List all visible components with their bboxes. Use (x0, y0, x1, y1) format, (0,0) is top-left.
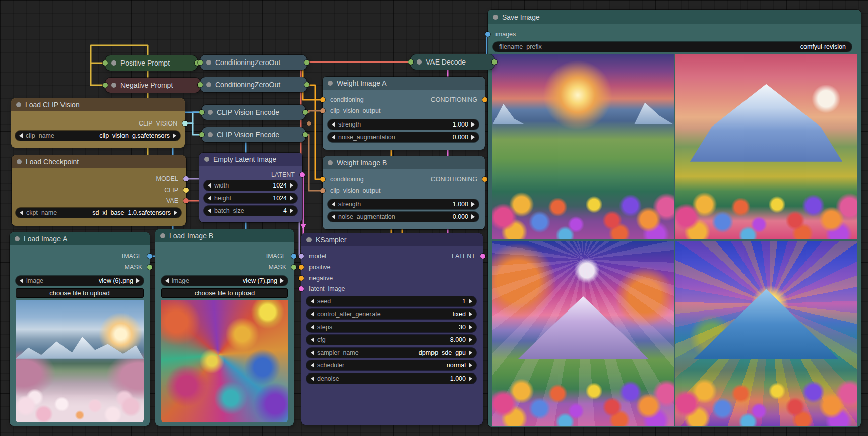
decrement-arrow-icon[interactable] (311, 363, 314, 368)
decrement-arrow-icon[interactable] (311, 376, 314, 381)
image-file-widget[interactable]: image view (6).png (16, 276, 144, 286)
node-header[interactable]: Load Checkpoint (12, 155, 186, 168)
ckpt-name-widget[interactable]: ckpt_name sd_xl_base_1.0.safetensors (16, 208, 181, 218)
input-slot-dot[interactable] (199, 110, 204, 115)
node-header[interactable]: Load CLIP Vision (11, 98, 185, 111)
node-clip-vision-encode-2[interactable]: CLIP Vision Encode (202, 127, 305, 142)
noise-augmentation-widget[interactable]: noise_augmentation 0.000 (328, 132, 479, 142)
filename-prefix-widget[interactable]: filename_prefix comfyui-revision (493, 42, 852, 52)
clip-name-widget[interactable]: clip_name clip_vision_g.safetensors (15, 131, 180, 141)
denoise-widget[interactable]: denoise 1.000 (306, 373, 476, 384)
input-slot-dot[interactable] (408, 59, 413, 65)
conditioning-slot-dot[interactable] (482, 177, 487, 182)
output-slot-dot[interactable] (303, 110, 308, 115)
increment-arrow-icon[interactable] (136, 278, 140, 283)
decrement-arrow-icon[interactable] (20, 278, 23, 283)
height-widget[interactable]: height 1024 (204, 193, 297, 203)
clip-vision-slot-dot[interactable] (182, 121, 188, 126)
collapse-toggle-icon[interactable] (17, 159, 22, 164)
input-slot-dot[interactable] (103, 60, 108, 66)
choose-file-button[interactable]: choose file to upload (16, 288, 144, 298)
scheduler-widget[interactable]: scheduler normal (306, 360, 476, 370)
node-clip-vision-encode-1[interactable]: CLIP Vision Encode (202, 105, 305, 120)
node-header[interactable]: Empty Latent Image (199, 153, 302, 166)
node-vae-decode[interactable]: VAE Decode (411, 54, 494, 70)
output-slot-dot[interactable] (492, 59, 497, 65)
collapse-toggle-icon[interactable] (16, 102, 21, 107)
decrement-arrow-icon[interactable] (208, 208, 211, 213)
images-slot-dot[interactable] (485, 32, 490, 37)
steps-widget[interactable]: steps 30 (306, 322, 476, 332)
increment-arrow-icon[interactable] (471, 202, 475, 207)
increment-arrow-icon[interactable] (471, 214, 475, 219)
mask-slot-dot[interactable] (291, 265, 296, 270)
increment-arrow-icon[interactable] (471, 122, 475, 127)
collapse-toggle-icon[interactable] (328, 160, 333, 165)
image-slot-dot[interactable] (147, 254, 152, 259)
decrement-arrow-icon[interactable] (311, 325, 314, 330)
increment-arrow-icon[interactable] (280, 278, 284, 283)
node-graph-canvas[interactable]: Positive Prompt Negative Prompt Conditio… (0, 0, 868, 436)
decrement-arrow-icon[interactable] (19, 133, 23, 138)
strength-widget[interactable]: strength 1.000 (328, 119, 479, 130)
input-slot-dot[interactable] (199, 132, 204, 137)
input-slot-dot[interactable] (103, 83, 108, 88)
increment-arrow-icon[interactable] (469, 376, 472, 381)
decrement-arrow-icon[interactable] (332, 135, 335, 140)
increment-arrow-icon[interactable] (471, 135, 475, 140)
output-slot-dot[interactable] (304, 60, 309, 65)
increment-arrow-icon[interactable] (469, 363, 472, 368)
collapse-toggle-icon[interactable] (111, 60, 116, 66)
node-conditioning-zero-out-2[interactable]: ConditioningZeroOut (200, 77, 307, 92)
increment-arrow-icon[interactable] (290, 196, 293, 201)
decrement-arrow-icon[interactable] (311, 312, 314, 317)
decrement-arrow-icon[interactable] (311, 350, 314, 355)
decrement-arrow-icon[interactable] (332, 202, 335, 207)
collapse-toggle-icon[interactable] (160, 233, 165, 238)
decrement-arrow-icon[interactable] (332, 122, 335, 127)
collapse-toggle-icon[interactable] (417, 59, 422, 65)
clip-slot-dot[interactable] (183, 188, 189, 193)
collapse-toggle-icon[interactable] (306, 237, 312, 242)
image-file-widget[interactable]: image view (7).png (161, 276, 288, 286)
clip-vision-output-slot-dot[interactable] (320, 188, 325, 193)
decrement-arrow-icon[interactable] (311, 337, 314, 342)
increment-arrow-icon[interactable] (174, 210, 177, 215)
collapse-toggle-icon[interactable] (206, 82, 211, 87)
model-slot-dot[interactable] (299, 254, 304, 259)
output-slot-dot[interactable] (304, 82, 309, 87)
decrement-arrow-icon[interactable] (20, 210, 23, 215)
sampler-name-widget[interactable]: sampler_name dpmpp_sde_gpu (306, 348, 476, 358)
negative-slot-dot[interactable] (299, 276, 304, 281)
seed-widget[interactable]: seed 1 (306, 296, 476, 306)
node-header[interactable]: KSampler (301, 233, 483, 246)
collapse-toggle-icon[interactable] (206, 60, 211, 65)
node-header[interactable]: Load Image A (10, 232, 150, 245)
control-after-generate-widget[interactable]: control_after_generate fixed (306, 309, 476, 319)
increment-arrow-icon[interactable] (290, 183, 293, 188)
latent-slot-dot[interactable] (300, 172, 305, 177)
increment-arrow-icon[interactable] (469, 312, 472, 317)
increment-arrow-icon[interactable] (469, 350, 472, 355)
increment-arrow-icon[interactable] (469, 299, 472, 304)
collapse-toggle-icon[interactable] (111, 83, 116, 88)
strength-widget[interactable]: strength 1.000 (328, 199, 479, 209)
vae-slot-dot[interactable] (183, 198, 189, 203)
increment-arrow-icon[interactable] (290, 208, 293, 213)
decrement-arrow-icon[interactable] (208, 196, 211, 201)
latent-slot-dot[interactable] (480, 254, 485, 259)
decrement-arrow-icon[interactable] (311, 299, 314, 304)
node-header[interactable]: Weight Image B (323, 156, 485, 169)
conditioning-slot-dot[interactable] (482, 97, 487, 102)
input-slot-dot[interactable] (198, 82, 203, 87)
width-widget[interactable]: width 1024 (204, 180, 297, 191)
node-negative-prompt[interactable]: Negative Prompt (105, 78, 200, 93)
collapse-toggle-icon[interactable] (328, 81, 333, 86)
increment-arrow-icon[interactable] (469, 325, 472, 330)
collapse-toggle-icon[interactable] (15, 236, 20, 241)
noise-augmentation-widget[interactable]: noise_augmentation 0.000 (328, 212, 479, 222)
decrement-arrow-icon[interactable] (208, 183, 211, 188)
increment-arrow-icon[interactable] (173, 133, 176, 138)
decrement-arrow-icon[interactable] (332, 214, 335, 219)
output-slot-dot[interactable] (303, 132, 308, 137)
